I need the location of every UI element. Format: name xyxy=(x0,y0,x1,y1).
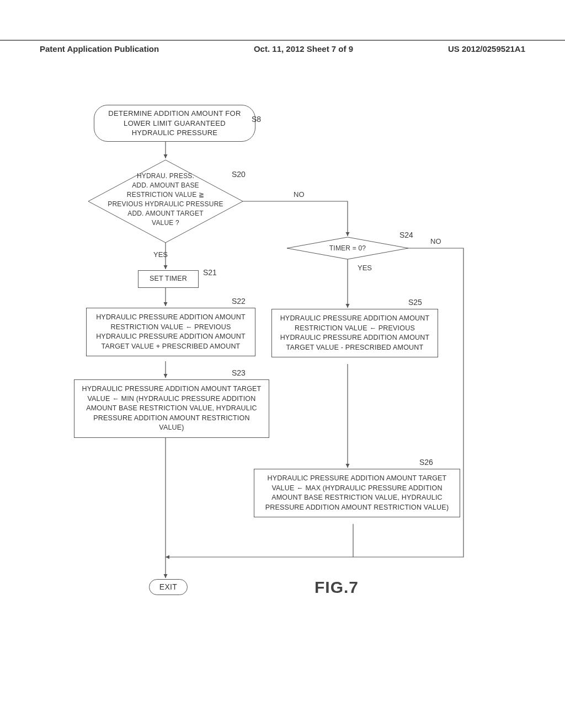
process-s23: HYDRAULIC PRESSURE ADDITION AMOUNT TARGE… xyxy=(74,379,269,438)
page-header: Patent Application Publication Oct. 11, … xyxy=(0,40,565,53)
label-s20: S20 xyxy=(232,170,246,179)
label-s21: S21 xyxy=(203,268,217,277)
s20-l4: PREVIOUS HYDRAULIC PRESSURE xyxy=(108,200,223,208)
flow-lines: HYDRAU. PRESS. ADD. AMOUNT BASE RESTRICT… xyxy=(55,105,508,612)
figure-label: FIG.7 xyxy=(315,578,359,597)
process-s25: HYDRAULIC PRESSURE ADDITION AMOUNT RESTR… xyxy=(271,309,438,357)
start-terminator: DETERMINE ADDITION AMOUNT FOR LOWER LIMI… xyxy=(94,105,255,142)
s20-l6: VALUE ? xyxy=(152,219,179,227)
label-s8: S8 xyxy=(252,115,261,124)
s24-no: NO xyxy=(430,237,441,245)
svg-marker-0 xyxy=(88,160,243,243)
s20-l5: ADD. AMOUNT TARGET xyxy=(127,210,204,217)
header-left: Patent Application Publication xyxy=(40,44,159,53)
process-s21: SET TIMER xyxy=(138,270,199,288)
header-right: US 2012/0259521A1 xyxy=(448,44,525,53)
svg-marker-1 xyxy=(287,237,408,259)
s20-l1: HYDRAU. PRESS. xyxy=(137,172,194,180)
s20-yes: YES xyxy=(153,250,168,259)
header-center: Oct. 11, 2012 Sheet 7 of 9 xyxy=(254,44,353,53)
label-s22: S22 xyxy=(232,297,246,306)
s24-text: TIMER = 0? xyxy=(329,244,366,252)
label-s24: S24 xyxy=(399,231,413,239)
s20-l3: RESTRICTION VALUE ≧ xyxy=(127,191,204,199)
exit-terminator: EXIT xyxy=(149,579,188,595)
s24-yes: YES xyxy=(358,264,372,272)
process-s26: HYDRAULIC PRESSURE ADDITION AMOUNT TARGE… xyxy=(254,469,460,517)
s20-no: NO xyxy=(294,190,305,199)
label-s23: S23 xyxy=(232,368,246,377)
label-s25: S25 xyxy=(408,298,422,307)
label-s26: S26 xyxy=(419,458,433,467)
process-s22: HYDRAULIC PRESSURE ADDITION AMOUNT RESTR… xyxy=(86,308,255,356)
s20-l2: ADD. AMOUNT BASE xyxy=(132,181,199,189)
flowchart: HYDRAU. PRESS. ADD. AMOUNT BASE RESTRICT… xyxy=(55,105,508,612)
